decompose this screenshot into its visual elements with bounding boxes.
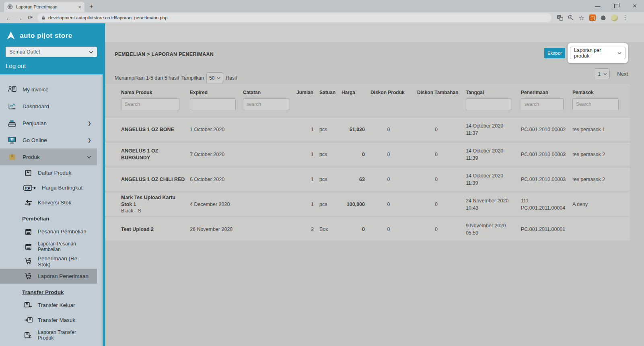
sidebar-label: Go Online bbox=[23, 137, 82, 143]
sidebar-label: Konversi Stok bbox=[38, 200, 91, 206]
sidebar-label: Dashboard bbox=[23, 103, 91, 109]
logout-link[interactable]: Log out bbox=[6, 62, 97, 69]
new-tab-button[interactable]: + bbox=[89, 2, 93, 10]
sidebar-label: Laporan Transfer Produk bbox=[38, 330, 91, 341]
sidebar-label: Laporan Penerimaan bbox=[38, 273, 91, 279]
sidebar-item-harga-bertingkat[interactable]: RP Harga Bertingkat bbox=[0, 180, 97, 195]
sidebar-label: Penerimaan (Re-Stok) bbox=[38, 255, 91, 268]
arrow-into-box-icon bbox=[23, 317, 33, 323]
per-page-value: 50 bbox=[209, 75, 214, 81]
cash-register-icon bbox=[7, 119, 17, 127]
col-header-penerimaan: Penerimaan bbox=[521, 89, 564, 95]
filter-pemasok-input[interactable] bbox=[572, 98, 619, 110]
page-select[interactable]: 1 bbox=[595, 68, 610, 79]
filter-nama-produk-input[interactable] bbox=[121, 98, 179, 110]
next-page-link[interactable]: Next bbox=[617, 71, 628, 77]
filter-catatan-input[interactable] bbox=[243, 98, 289, 110]
url-text: development.autopilotstore.co.id/laporan… bbox=[48, 15, 168, 20]
chevron-right-icon: ❯ bbox=[88, 121, 91, 126]
table-row[interactable]: ANGELUS 1 OZ BURGUNDY 7 October 2020 1 p… bbox=[105, 143, 630, 166]
tab-title: Laporan Penerimaan bbox=[16, 4, 75, 9]
address-bar[interactable]: development.autopilotstore.co.id/laporan… bbox=[37, 13, 551, 22]
sidebar-label: Pesanan Pembelian bbox=[38, 229, 91, 235]
online-store-monitor-icon bbox=[7, 136, 17, 144]
extensions-puzzle-icon[interactable] bbox=[600, 14, 607, 21]
bookmark-star-icon[interactable]: ☆ bbox=[578, 14, 585, 21]
table-row[interactable]: ANGELUS 1 OZ CHILI RED 6 October 2020 1 … bbox=[105, 168, 630, 191]
report-type-select[interactable]: Laporan per produk bbox=[570, 47, 625, 59]
sidebar-item-konversi-stok[interactable]: Konversi Stok bbox=[0, 195, 97, 210]
sidebar-label: Produk bbox=[23, 154, 81, 160]
outlet-select[interactable]: Semua Outlet bbox=[6, 47, 97, 57]
restock-cart-icon bbox=[23, 258, 33, 265]
section-header-transfer-produk: Transfer Produk bbox=[0, 284, 103, 298]
table-row[interactable]: ANGELUS 1 OZ BONE 1 October 2020 1 pcs 5… bbox=[105, 118, 630, 141]
col-header-diskon-produk: Diskon Produk bbox=[370, 89, 417, 95]
filter-penerimaan-input[interactable] bbox=[521, 98, 564, 110]
window-minimize-button[interactable]: — bbox=[588, 3, 607, 9]
sidebar-item-my-invoice[interactable]: My Invoice bbox=[0, 81, 97, 98]
chevron-down-icon bbox=[87, 156, 91, 159]
col-header-jumlah: Jumlah bbox=[296, 89, 319, 95]
col-header-expired: Expired bbox=[190, 89, 236, 95]
ekspor-button[interactable]: Ekspor bbox=[544, 48, 565, 58]
back-icon[interactable]: ← bbox=[3, 14, 14, 21]
sidebar-item-laporan-pesanan-pembelian[interactable]: Laporan Pesanan Pembelian bbox=[0, 239, 97, 254]
sidebar-item-penjualan[interactable]: Penjualan ❯ bbox=[0, 115, 97, 132]
outlet-select-value: Semua Outlet bbox=[9, 49, 40, 55]
table-row[interactable]: Test Upload 2 26 November 2020 2 Box 0 0… bbox=[105, 218, 630, 241]
app-logo: auto pi|ot store bbox=[6, 27, 97, 44]
shopping-extension-icon[interactable] bbox=[589, 14, 596, 21]
invoice-person-icon bbox=[7, 86, 17, 93]
chevron-down-icon bbox=[617, 52, 621, 54]
chevron-down-icon bbox=[89, 51, 93, 54]
window-close-button[interactable]: × bbox=[625, 2, 644, 10]
col-header-pemasok: Pemasok bbox=[572, 89, 619, 95]
profile-avatar[interactable] bbox=[611, 14, 618, 21]
sidebar-item-go-online[interactable]: Go Online ❯ bbox=[0, 132, 97, 148]
filter-tanggal-input[interactable] bbox=[466, 98, 511, 110]
receiving-report-cart-icon bbox=[23, 273, 33, 280]
page-value: 1 bbox=[598, 71, 601, 77]
sidebar-item-laporan-penerimaan[interactable]: Laporan Penerimaan bbox=[0, 269, 97, 284]
col-header-nama-produk: Nama Produk bbox=[121, 89, 179, 95]
table-row[interactable]: Mark Tes Upload Kartu Stok 1Black - S 4 … bbox=[105, 193, 630, 216]
tab-close-icon[interactable]: × bbox=[78, 4, 81, 10]
sidebar-label: Transfer Keluar bbox=[38, 302, 91, 308]
per-page-select[interactable]: 50 bbox=[206, 72, 223, 83]
sidebar-item-produk[interactable]: Produk bbox=[0, 148, 97, 165]
col-header-harga: Harga bbox=[342, 89, 370, 95]
reload-icon[interactable]: ⟳ bbox=[25, 14, 36, 21]
table-header-row: Nama Produk Expired Catatan Jumlah Satua… bbox=[105, 84, 630, 116]
sidebar-item-transfer-keluar[interactable]: Transfer Keluar bbox=[0, 298, 97, 313]
dashboard-chart-icon bbox=[7, 103, 17, 110]
forward-icon[interactable]: → bbox=[14, 14, 25, 21]
rp-price-tag-icon: RP bbox=[23, 185, 37, 191]
sidebar-item-penerimaan-restok[interactable]: Penerimaan (Re-Stok) bbox=[0, 254, 97, 269]
sidebar-item-laporan-transfer-produk[interactable]: Laporan Transfer Produk bbox=[0, 327, 97, 342]
zoom-icon[interactable] bbox=[567, 14, 574, 21]
filter-expired-input[interactable] bbox=[190, 98, 236, 110]
sidebar-label: My Invoice bbox=[23, 86, 91, 93]
translate-icon[interactable]: A bbox=[556, 14, 564, 21]
page-header-strip bbox=[105, 23, 644, 42]
transfer-report-icon bbox=[23, 332, 33, 339]
box-arrow-out-icon bbox=[23, 302, 33, 309]
box-outline-icon bbox=[23, 169, 33, 177]
sidebar-item-dashboard[interactable]: Penjualan Dashboard bbox=[0, 98, 97, 115]
sidebar-label: Harga Bertingkat bbox=[42, 185, 91, 191]
col-header-satuan: Satuan bbox=[319, 89, 342, 95]
sidebar-item-pesanan-pembelian[interactable]: Pesanan Pembelian bbox=[0, 224, 97, 239]
chevron-down-icon bbox=[603, 73, 607, 75]
chrome-menu-icon[interactable]: ⋮ bbox=[621, 14, 629, 21]
lock-icon bbox=[41, 15, 45, 20]
browser-tab[interactable]: Laporan Penerimaan × bbox=[4, 2, 84, 12]
col-header-diskon-tambahan: Diskon Tambahan bbox=[417, 89, 466, 95]
sidebar-item-transfer-masuk[interactable]: Transfer Masuk bbox=[0, 313, 97, 327]
window-restore-button[interactable] bbox=[607, 3, 625, 9]
hasil-label: Hasil bbox=[226, 75, 237, 81]
tampilkan-label: Tampilkan bbox=[181, 75, 204, 81]
swap-arrows-icon bbox=[23, 200, 33, 206]
sidebar-item-daftar-produk[interactable]: Daftar Produk bbox=[0, 165, 97, 180]
order-report-notepad-icon bbox=[23, 243, 33, 250]
